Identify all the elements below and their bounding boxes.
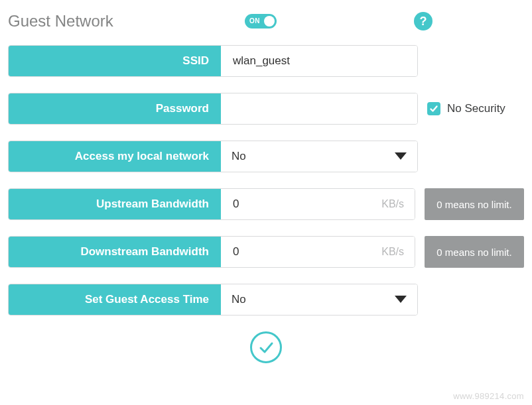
downstream-unit: KB/s [381,246,404,258]
svg-marker-0 [395,152,407,160]
no-security-label: No Security [447,102,505,115]
label-password: Password [9,93,221,124]
row-upstream: Upstream Bandwidth KB/s 0 means no limit… [8,188,524,220]
field-downstream: Downstream Bandwidth KB/s [8,236,415,268]
row-local-access: Access my local network No [8,141,524,172]
label-downstream: Downstream Bandwidth [9,237,221,267]
row-ssid: SSID [8,45,524,77]
downstream-hint: 0 means no limit. [425,236,524,268]
confirm-button[interactable] [250,331,282,363]
label-local-access: Access my local network [9,141,221,172]
svg-marker-1 [395,296,407,303]
local-access-value: No [232,150,246,163]
select-guest-time[interactable]: No [221,284,417,315]
field-local-access: Access my local network No [8,141,418,172]
checkbox-checked-icon [427,102,440,115]
row-guest-time: Set Guest Access Time No [8,284,524,316]
upstream-hint: 0 means no limit. [425,188,524,220]
label-guest-time: Set Guest Access Time [9,284,221,315]
check-icon [257,338,275,357]
password-input[interactable] [232,101,407,116]
field-password: Password [8,93,418,125]
watermark: www.989214.com [453,391,524,401]
chevron-down-icon [395,152,407,160]
downstream-input[interactable] [232,245,381,259]
toggle-knob [264,16,275,27]
confirm-area [8,331,524,363]
row-downstream: Downstream Bandwidth KB/s 0 means no lim… [8,236,524,268]
label-ssid: SSID [9,46,221,76]
guest-time-value: No [232,293,246,306]
upstream-input[interactable] [232,197,381,211]
select-local-access[interactable]: No [221,141,417,172]
input-cell-password [221,93,417,124]
input-cell-upstream: KB/s [221,189,415,219]
guest-network-toggle[interactable]: ON [245,14,277,29]
label-upstream: Upstream Bandwidth [9,189,221,219]
settings-form: SSID Password No Security Access my [0,38,532,370]
row-password: Password No Security [8,93,524,125]
chevron-down-icon [395,296,407,304]
header: Guest Network ON ? [0,0,532,38]
field-upstream: Upstream Bandwidth KB/s [8,188,415,220]
toggle-on-label: ON [249,17,260,25]
help-icon[interactable]: ? [414,12,432,30]
no-security-option[interactable]: No Security [427,102,505,115]
page-title: Guest Network [8,12,237,30]
input-cell-downstream: KB/s [221,237,415,267]
field-guest-time: Set Guest Access Time No [8,284,418,316]
input-cell-ssid [221,46,417,76]
ssid-input[interactable] [232,54,407,68]
upstream-unit: KB/s [381,198,404,210]
field-ssid: SSID [8,45,418,77]
